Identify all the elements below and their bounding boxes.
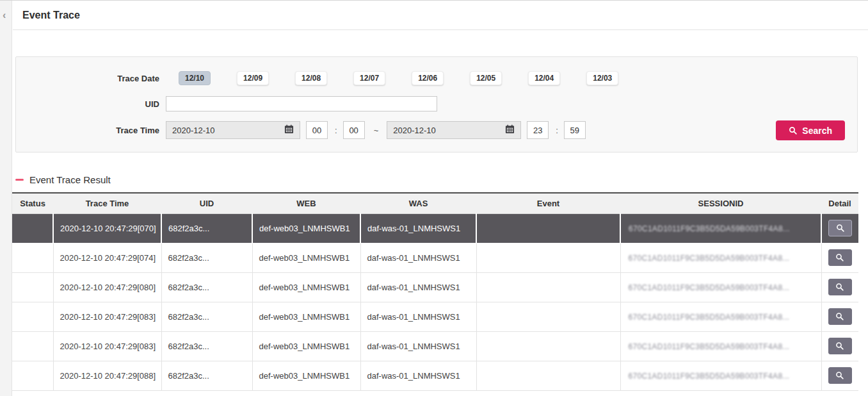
trace-date-chip-12-05[interactable]: 12/05 bbox=[470, 71, 502, 85]
cell-status bbox=[12, 213, 53, 243]
cell-detail bbox=[821, 272, 858, 302]
column-header-web: WEB bbox=[252, 193, 360, 213]
column-header-was: WAS bbox=[360, 193, 476, 213]
magnifier-icon bbox=[835, 283, 844, 292]
cell-was: daf-was-01_LNMHSWS1 bbox=[360, 302, 476, 331]
cell-trace-time: 2020-12-10 20:47:29[088] bbox=[53, 361, 161, 390]
start-date-value: 2020-12-10 bbox=[172, 126, 215, 135]
table-row[interactable]: 2020-12-10 20:47:29[088]682f2a3c...def-w… bbox=[12, 361, 858, 390]
cell-web: def-web03_LNMHSWB1 bbox=[252, 213, 360, 243]
calendar-icon[interactable] bbox=[505, 124, 515, 136]
cell-event bbox=[476, 243, 620, 272]
magnifier-icon bbox=[835, 371, 844, 380]
cell-trace-time: 2020-12-10 20:47:29[074] bbox=[53, 243, 161, 272]
cell-sessionid: 670C1AD1011F9C3B5D5DA59B003TF4A8... bbox=[620, 272, 821, 302]
cell-web: def-web03_LNMHSWB1 bbox=[252, 272, 360, 302]
trace-date-chip-12-03[interactable]: 12/03 bbox=[586, 71, 618, 85]
section-dash-icon bbox=[15, 179, 24, 181]
sessionid-blurred-text: 670C1AD1011F9C3B5D5DA59B003TF4A8... bbox=[629, 283, 790, 292]
cell-detail bbox=[821, 361, 858, 390]
detail-button[interactable] bbox=[828, 367, 852, 384]
cell-was: daf-was-01_LNMHSWS1 bbox=[360, 361, 476, 390]
uid-input[interactable] bbox=[166, 96, 437, 111]
trace-date-chip-12-07[interactable]: 12/07 bbox=[353, 71, 385, 85]
detail-button[interactable] bbox=[828, 220, 852, 236]
cell-uid: 682f2a3c... bbox=[161, 213, 252, 243]
magnifier-icon bbox=[835, 312, 844, 321]
trace-date-options: 12/1012/0912/0812/0712/0612/0512/0412/03 bbox=[179, 71, 645, 85]
search-button[interactable]: Search bbox=[776, 120, 845, 140]
detail-button[interactable] bbox=[828, 249, 852, 266]
cell-sessionid: 670C1AD1011F9C3B5D5DA59B003TF4A8... bbox=[620, 331, 821, 361]
result-table-body: 2020-12-10 20:47:29[070]682f2a3c...def-w… bbox=[12, 213, 858, 390]
page-title: Event Trace bbox=[22, 10, 80, 21]
calendar-icon[interactable] bbox=[284, 124, 294, 136]
column-header-detail: Detail bbox=[821, 193, 858, 213]
cell-detail bbox=[821, 243, 858, 272]
cell-uid: 682f2a3c... bbox=[161, 243, 252, 272]
cell-event bbox=[476, 213, 620, 243]
trace-date-row: Trace Date 12/1012/0912/0812/0712/0612/0… bbox=[16, 69, 857, 87]
cell-status bbox=[12, 272, 53, 302]
end-date-picker[interactable]: 2020-12-10 bbox=[387, 121, 521, 139]
end-minute-input[interactable] bbox=[564, 121, 586, 139]
trace-date-chip-12-08[interactable]: 12/08 bbox=[295, 71, 327, 85]
event-trace-result-table: StatusTrace TimeUIDWEBWASEventSESSIONIDD… bbox=[12, 192, 858, 391]
cell-trace-time: 2020-12-10 20:47:29[080] bbox=[53, 272, 161, 302]
table-row[interactable]: 2020-12-10 20:47:29[074]682f2a3c...def-w… bbox=[12, 243, 858, 272]
page-header: Event Trace bbox=[13, 1, 868, 30]
cell-trace-time: 2020-12-10 20:47:29[070] bbox=[53, 213, 161, 243]
start-minute-input[interactable] bbox=[343, 121, 365, 139]
sessionid-blurred-text: 670C1AD1011F9C3B5D5DA59B003TF4A8... bbox=[629, 342, 790, 351]
column-header-status: Status bbox=[12, 193, 53, 213]
cell-trace-time: 2020-12-10 20:47:29[083] bbox=[53, 331, 161, 361]
cell-detail bbox=[821, 213, 858, 243]
trace-date-chip-12-09[interactable]: 12/09 bbox=[237, 71, 269, 85]
column-header-uid: UID bbox=[161, 193, 252, 213]
sessionid-blurred-text: 670C1AD1011F9C3B5D5DA59B003TF4A8... bbox=[629, 372, 790, 381]
trace-date-chip-12-06[interactable]: 12/06 bbox=[412, 71, 444, 85]
sessionid-blurred-text: 670C1AD1011F9C3B5D5DA59B003TF4A8... bbox=[629, 313, 790, 322]
time-colon-separator: : bbox=[335, 126, 337, 135]
detail-button[interactable] bbox=[828, 338, 852, 354]
trace-time-row: Trace Time 2020-12-10 bbox=[16, 121, 857, 139]
magnifier-icon bbox=[789, 126, 798, 135]
sessionid-blurred-text: 670C1AD1011F9C3B5D5DA59B003TF4A8... bbox=[629, 224, 790, 233]
column-header-sessionid: SESSIONID bbox=[620, 193, 821, 213]
cell-web: def-web03_LNMHSWB1 bbox=[252, 361, 360, 390]
cell-status bbox=[12, 331, 53, 361]
table-row[interactable]: 2020-12-10 20:47:29[083]682f2a3c...def-w… bbox=[12, 331, 858, 361]
trace-date-chip-12-10[interactable]: 12/10 bbox=[179, 71, 211, 85]
search-button-label: Search bbox=[802, 126, 832, 136]
cell-uid: 682f2a3c... bbox=[161, 361, 252, 390]
table-row[interactable]: 2020-12-10 20:47:29[080]682f2a3c...def-w… bbox=[12, 272, 858, 302]
cell-detail bbox=[821, 331, 858, 361]
trace-date-chip-12-04[interactable]: 12/04 bbox=[528, 71, 560, 85]
cell-sessionid: 670C1AD1011F9C3B5D5DA59B003TF4A8... bbox=[620, 302, 821, 331]
start-hour-input[interactable] bbox=[306, 121, 328, 139]
cell-event bbox=[476, 272, 620, 302]
cell-sessionid: 670C1AD1011F9C3B5D5DA59B003TF4A8... bbox=[620, 243, 821, 272]
magnifier-icon bbox=[835, 342, 844, 351]
cell-detail bbox=[821, 302, 858, 331]
end-date-value: 2020-12-10 bbox=[393, 126, 436, 135]
table-row[interactable]: 2020-12-10 20:47:29[070]682f2a3c...def-w… bbox=[12, 213, 858, 243]
trace-date-label: Trace Date bbox=[16, 74, 159, 83]
cell-was: daf-was-01_LNMHSWS1 bbox=[360, 213, 476, 243]
start-date-picker[interactable]: 2020-12-10 bbox=[166, 121, 300, 139]
trace-time-label: Trace Time bbox=[16, 126, 159, 135]
sessionid-blurred-text: 670C1AD1011F9C3B5D5DA59B003TF4A8... bbox=[629, 254, 790, 263]
table-row[interactable]: 2020-12-10 20:47:29[083]682f2a3c...def-w… bbox=[12, 302, 858, 331]
cell-uid: 682f2a3c... bbox=[161, 331, 252, 361]
cell-status bbox=[12, 243, 53, 272]
end-hour-input[interactable] bbox=[527, 121, 549, 139]
cell-event bbox=[476, 302, 620, 331]
chevron-left-icon[interactable]: ‹ bbox=[3, 9, 6, 22]
detail-button[interactable] bbox=[828, 308, 852, 325]
magnifier-icon bbox=[836, 224, 845, 233]
cell-was: daf-was-01_LNMHSWS1 bbox=[360, 331, 476, 361]
detail-button[interactable] bbox=[828, 279, 852, 295]
uid-label: UID bbox=[16, 99, 159, 109]
magnifier-icon bbox=[835, 253, 844, 262]
column-header-event: Event bbox=[476, 193, 620, 213]
